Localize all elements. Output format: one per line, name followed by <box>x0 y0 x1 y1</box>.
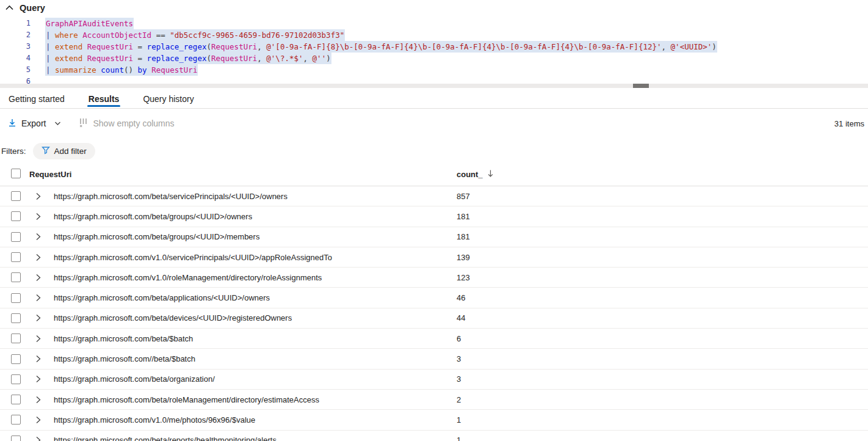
row-checkbox[interactable] <box>11 191 21 201</box>
tab-getting-started[interactable]: Getting started <box>7 89 66 108</box>
code-text <box>45 76 46 84</box>
filters-label: Filters: <box>1 147 26 156</box>
requesturi-cell: https://graph.microsoft.com/v1.0/service… <box>54 253 457 262</box>
collapse-query-button[interactable] <box>5 4 14 13</box>
table-row[interactable]: https://graph.microsoft.com/beta/$batch6 <box>0 329 868 349</box>
count-cell: 3 <box>457 354 461 363</box>
row-checkbox[interactable] <box>11 293 21 303</box>
table-row[interactable]: https://graph.microsoft.com/beta/groups/… <box>0 227 868 247</box>
column-header-requesturi[interactable]: RequestUri <box>29 162 71 186</box>
row-checkbox[interactable] <box>11 211 21 221</box>
row-checkbox[interactable] <box>11 232 21 242</box>
items-count: 31 items <box>834 119 864 128</box>
column-header-requesturi-label: RequestUri <box>29 170 71 179</box>
count-cell: 2 <box>457 395 461 404</box>
count-cell: 6 <box>457 334 461 343</box>
table-row[interactable]: https://graph.microsoft.com/beta/service… <box>0 186 868 206</box>
row-checkbox[interactable] <box>11 252 21 262</box>
columns-icon <box>78 117 89 129</box>
tab-results[interactable]: Results <box>87 89 121 108</box>
expand-row-chevron-icon[interactable] <box>35 355 42 363</box>
requesturi-cell: https://graph.microsoft.com/beta/$batch <box>54 334 457 343</box>
count-cell: 1 <box>457 436 461 441</box>
row-checkbox[interactable] <box>11 354 21 364</box>
code-line[interactable]: 6 <box>0 76 868 84</box>
expand-row-chevron-icon[interactable] <box>35 375 42 383</box>
chevron-down-icon <box>54 121 61 126</box>
code-text: | extend RequestUri = replace_regex(Requ… <box>45 41 717 53</box>
expand-row-chevron-icon[interactable] <box>35 294 42 302</box>
row-checkbox[interactable] <box>11 436 21 441</box>
tab-query-history[interactable]: Query history <box>142 89 195 108</box>
requesturi-cell: https://graph.microsoft.com/beta/devices… <box>54 313 457 323</box>
table-row[interactable]: https://graph.microsoft.com//beta/$batch… <box>0 349 868 369</box>
show-empty-columns-button[interactable]: Show empty columns <box>78 117 174 129</box>
count-cell: 46 <box>457 293 465 302</box>
expand-row-chevron-icon[interactable] <box>35 396 42 404</box>
results-toolbar: Export Show empty columns 31 items <box>0 114 868 133</box>
count-cell: 139 <box>457 253 470 262</box>
query-panel-header: Query <box>5 3 45 13</box>
editor-hscrollbar-track[interactable] <box>0 84 868 88</box>
table-header: RequestUri count_ <box>0 162 868 186</box>
row-checkbox[interactable] <box>11 313 21 323</box>
code-line[interactable]: 1GraphAPIAuditEvents <box>0 18 868 29</box>
select-all-checkbox[interactable] <box>11 169 21 178</box>
line-number: 2 <box>0 29 31 41</box>
requesturi-cell: https://graph.microsoft.com/beta/reports… <box>54 436 457 441</box>
requesturi-cell: https://graph.microsoft.com/v1.0/me/phot… <box>54 415 457 425</box>
code-text: | extend RequestUri = replace_regex(Requ… <box>45 53 331 64</box>
row-checkbox[interactable] <box>11 374 21 384</box>
table-row[interactable]: https://graph.microsoft.com/v1.0/me/phot… <box>0 410 868 430</box>
code-text: | where AccountObjectId == "db5ccf9c-996… <box>45 29 345 41</box>
expand-row-chevron-icon[interactable] <box>35 192 42 200</box>
expand-row-chevron-icon[interactable] <box>35 436 42 441</box>
query-editor[interactable]: 1GraphAPIAuditEvents2| where AccountObje… <box>0 18 868 84</box>
count-cell: 181 <box>457 212 470 221</box>
expand-row-chevron-icon[interactable] <box>35 213 42 221</box>
export-label: Export <box>21 118 46 128</box>
row-checkbox[interactable] <box>11 333 21 343</box>
row-checkbox[interactable] <box>11 395 21 404</box>
expand-row-chevron-icon[interactable] <box>35 416 42 424</box>
filter-funnel-icon <box>42 146 50 156</box>
export-button[interactable]: Export <box>7 118 61 129</box>
row-checkbox[interactable] <box>11 272 21 282</box>
requesturi-cell: https://graph.microsoft.com/beta/roleMan… <box>54 395 457 404</box>
count-cell: 181 <box>457 232 470 241</box>
table-row[interactable]: https://graph.microsoft.com/beta/organiz… <box>0 370 868 390</box>
column-header-count[interactable]: count_ <box>457 162 494 186</box>
row-checkbox[interactable] <box>11 415 21 425</box>
requesturi-cell: https://graph.microsoft.com/beta/organiz… <box>54 374 457 384</box>
expand-row-chevron-icon[interactable] <box>35 233 42 241</box>
table-row[interactable]: https://graph.microsoft.com/beta/groups/… <box>0 206 868 227</box>
editor-hscrollbar-thumb[interactable] <box>633 84 649 88</box>
expand-row-chevron-icon[interactable] <box>35 335 42 343</box>
code-line[interactable]: 3| extend RequestUri = replace_regex(Req… <box>0 41 868 53</box>
table-row[interactable]: https://graph.microsoft.com/v1.0/roleMan… <box>0 268 868 288</box>
line-number: 3 <box>0 41 31 53</box>
code-line[interactable]: 4| extend RequestUri = replace_regex(Req… <box>0 53 868 64</box>
expand-row-chevron-icon[interactable] <box>35 314 42 322</box>
show-empty-columns-label: Show empty columns <box>93 118 174 128</box>
line-number: 6 <box>0 76 31 84</box>
code-line[interactable]: 2| where AccountObjectId == "db5ccf9c-99… <box>0 29 868 41</box>
add-filter-button[interactable]: Add filter <box>33 143 95 159</box>
table-row[interactable]: https://graph.microsoft.com/beta/applica… <box>0 288 868 308</box>
code-line[interactable]: 5| summarize count() by RequestUri <box>0 64 868 76</box>
table-row[interactable]: https://graph.microsoft.com/v1.0/service… <box>0 247 868 268</box>
count-cell: 3 <box>457 374 461 384</box>
kusto-results-page: Query 1GraphAPIAuditEvents2| where Accou… <box>0 0 868 441</box>
code-text: | summarize count() by RequestUri <box>45 64 198 76</box>
requesturi-cell: https://graph.microsoft.com/beta/applica… <box>54 293 457 302</box>
requesturi-cell: https://graph.microsoft.com//beta/$batch <box>54 354 457 363</box>
query-panel-title: Query <box>20 3 45 13</box>
code-text: GraphAPIAuditEvents <box>45 18 134 29</box>
table-row[interactable]: https://graph.microsoft.com/beta/roleMan… <box>0 390 868 410</box>
table-row[interactable]: https://graph.microsoft.com/beta/devices… <box>0 308 868 329</box>
count-cell: 123 <box>457 273 470 282</box>
column-header-count-label: count_ <box>457 170 483 179</box>
expand-row-chevron-icon[interactable] <box>35 274 42 282</box>
expand-row-chevron-icon[interactable] <box>35 253 42 261</box>
table-row[interactable]: https://graph.microsoft.com/beta/reports… <box>0 431 868 441</box>
